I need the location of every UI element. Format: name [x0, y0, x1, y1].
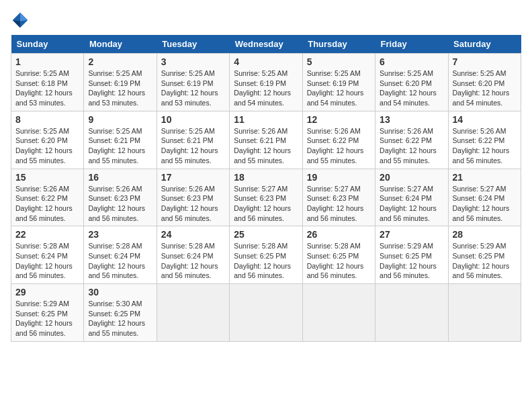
day-number: 8 — [15, 114, 79, 125]
day-cell — [157, 284, 229, 342]
day-cell: 14Sunrise: 5:26 AM Sunset: 6:22 PM Dayli… — [448, 111, 521, 169]
day-info: Sunrise: 5:25 AM Sunset: 6:21 PM Dayligh… — [88, 126, 152, 166]
day-cell: 12Sunrise: 5:26 AM Sunset: 6:22 PM Dayli… — [302, 111, 375, 169]
col-header-sunday: Sunday — [11, 35, 84, 54]
day-info: Sunrise: 5:25 AM Sunset: 6:20 PM Dayligh… — [453, 68, 517, 108]
day-info: Sunrise: 5:26 AM Sunset: 6:23 PM Dayligh… — [88, 184, 152, 224]
day-cell: 8Sunrise: 5:25 AM Sunset: 6:20 PM Daylig… — [11, 111, 84, 169]
day-cell: 28Sunrise: 5:29 AM Sunset: 6:25 PM Dayli… — [448, 226, 521, 284]
day-number: 28 — [453, 229, 517, 240]
col-header-friday: Friday — [375, 35, 448, 54]
week-row-4: 22Sunrise: 5:28 AM Sunset: 6:24 PM Dayli… — [11, 226, 521, 284]
day-cell: 22Sunrise: 5:28 AM Sunset: 6:24 PM Dayli… — [11, 226, 84, 284]
day-cell: 4Sunrise: 5:25 AM Sunset: 6:19 PM Daylig… — [230, 54, 302, 111]
day-cell: 21Sunrise: 5:27 AM Sunset: 6:24 PM Dayli… — [448, 169, 521, 226]
day-cell — [375, 284, 448, 342]
day-info: Sunrise: 5:25 AM Sunset: 6:19 PM Dayligh… — [234, 68, 298, 108]
col-header-thursday: Thursday — [302, 35, 375, 54]
day-cell: 27Sunrise: 5:29 AM Sunset: 6:25 PM Dayli… — [375, 226, 448, 284]
day-number: 5 — [307, 56, 371, 67]
day-cell: 24Sunrise: 5:28 AM Sunset: 6:24 PM Dayli… — [157, 226, 229, 284]
day-number: 29 — [15, 287, 79, 298]
day-number: 30 — [88, 287, 152, 298]
day-info: Sunrise: 5:29 AM Sunset: 6:25 PM Dayligh… — [380, 241, 443, 281]
day-number: 12 — [307, 114, 371, 125]
week-row-2: 8Sunrise: 5:25 AM Sunset: 6:20 PM Daylig… — [11, 111, 521, 169]
day-cell: 3Sunrise: 5:25 AM Sunset: 6:19 PM Daylig… — [157, 54, 229, 111]
day-info: Sunrise: 5:27 AM Sunset: 6:23 PM Dayligh… — [307, 184, 371, 224]
day-info: Sunrise: 5:26 AM Sunset: 6:22 PM Dayligh… — [15, 184, 79, 224]
day-info: Sunrise: 5:26 AM Sunset: 6:21 PM Dayligh… — [234, 126, 298, 166]
svg-marker-2 — [13, 20, 20, 28]
day-number: 19 — [307, 172, 371, 183]
week-row-5: 29Sunrise: 5:29 AM Sunset: 6:25 PM Dayli… — [11, 284, 521, 342]
day-cell: 16Sunrise: 5:26 AM Sunset: 6:23 PM Dayli… — [84, 169, 157, 226]
day-number: 17 — [161, 172, 225, 183]
day-number: 18 — [234, 172, 298, 183]
day-number: 21 — [453, 172, 517, 183]
day-number: 2 — [88, 56, 152, 67]
logo-icon — [11, 11, 30, 30]
day-number: 23 — [88, 229, 152, 240]
day-number: 9 — [88, 114, 152, 125]
day-cell: 11Sunrise: 5:26 AM Sunset: 6:21 PM Dayli… — [230, 111, 302, 169]
day-number: 16 — [88, 172, 152, 183]
day-info: Sunrise: 5:28 AM Sunset: 6:24 PM Dayligh… — [15, 241, 79, 281]
day-cell: 7Sunrise: 5:25 AM Sunset: 6:20 PM Daylig… — [448, 54, 521, 111]
day-number: 3 — [161, 56, 225, 67]
day-info: Sunrise: 5:26 AM Sunset: 6:23 PM Dayligh… — [161, 184, 225, 224]
day-cell: 18Sunrise: 5:27 AM Sunset: 6:23 PM Dayli… — [230, 169, 302, 226]
day-info: Sunrise: 5:28 AM Sunset: 6:24 PM Dayligh… — [161, 241, 225, 281]
day-cell: 26Sunrise: 5:28 AM Sunset: 6:25 PM Dayli… — [302, 226, 375, 284]
day-number: 25 — [234, 229, 298, 240]
day-cell: 19Sunrise: 5:27 AM Sunset: 6:23 PM Dayli… — [302, 169, 375, 226]
col-header-monday: Monday — [84, 35, 157, 54]
day-number: 7 — [453, 56, 517, 67]
day-number: 27 — [380, 229, 443, 240]
day-info: Sunrise: 5:25 AM Sunset: 6:18 PM Dayligh… — [15, 68, 79, 108]
day-number: 26 — [307, 229, 371, 240]
day-info: Sunrise: 5:25 AM Sunset: 6:20 PM Dayligh… — [380, 68, 443, 108]
day-info: Sunrise: 5:29 AM Sunset: 6:25 PM Dayligh… — [15, 299, 79, 338]
day-cell: 9Sunrise: 5:25 AM Sunset: 6:21 PM Daylig… — [84, 111, 157, 169]
day-info: Sunrise: 5:29 AM Sunset: 6:25 PM Dayligh… — [453, 241, 517, 281]
day-number: 4 — [234, 56, 298, 67]
col-header-tuesday: Tuesday — [157, 35, 229, 54]
day-info: Sunrise: 5:27 AM Sunset: 6:24 PM Dayligh… — [380, 184, 443, 224]
day-cell: 29Sunrise: 5:29 AM Sunset: 6:25 PM Dayli… — [11, 284, 84, 342]
day-info: Sunrise: 5:30 AM Sunset: 6:25 PM Dayligh… — [88, 299, 152, 338]
day-number: 24 — [161, 229, 225, 240]
day-cell: 25Sunrise: 5:28 AM Sunset: 6:25 PM Dayli… — [230, 226, 302, 284]
day-info: Sunrise: 5:25 AM Sunset: 6:19 PM Dayligh… — [161, 68, 225, 108]
day-cell: 5Sunrise: 5:25 AM Sunset: 6:19 PM Daylig… — [302, 54, 375, 111]
day-info: Sunrise: 5:26 AM Sunset: 6:22 PM Dayligh… — [380, 126, 443, 166]
day-number: 15 — [15, 172, 79, 183]
day-info: Sunrise: 5:25 AM Sunset: 6:21 PM Dayligh… — [161, 126, 225, 166]
day-info: Sunrise: 5:25 AM Sunset: 6:19 PM Dayligh… — [88, 68, 152, 108]
col-header-wednesday: Wednesday — [230, 35, 302, 54]
day-number: 1 — [15, 56, 79, 67]
day-cell: 20Sunrise: 5:27 AM Sunset: 6:24 PM Dayli… — [375, 169, 448, 226]
svg-marker-1 — [20, 13, 28, 21]
day-cell: 23Sunrise: 5:28 AM Sunset: 6:24 PM Dayli… — [84, 226, 157, 284]
day-info: Sunrise: 5:27 AM Sunset: 6:24 PM Dayligh… — [453, 184, 517, 224]
day-cell: 30Sunrise: 5:30 AM Sunset: 6:25 PM Dayli… — [84, 284, 157, 342]
day-info: Sunrise: 5:28 AM Sunset: 6:24 PM Dayligh… — [88, 241, 152, 281]
day-number: 11 — [234, 114, 298, 125]
day-cell: 10Sunrise: 5:25 AM Sunset: 6:21 PM Dayli… — [157, 111, 229, 169]
col-header-saturday: Saturday — [448, 35, 521, 54]
week-row-1: 1Sunrise: 5:25 AM Sunset: 6:18 PM Daylig… — [11, 54, 521, 111]
day-info: Sunrise: 5:27 AM Sunset: 6:23 PM Dayligh… — [234, 184, 298, 224]
day-cell: 15Sunrise: 5:26 AM Sunset: 6:22 PM Dayli… — [11, 169, 84, 226]
day-number: 22 — [15, 229, 79, 240]
day-number: 10 — [161, 114, 225, 125]
day-cell: 6Sunrise: 5:25 AM Sunset: 6:20 PM Daylig… — [375, 54, 448, 111]
day-info: Sunrise: 5:25 AM Sunset: 6:20 PM Dayligh… — [15, 126, 79, 166]
day-cell — [302, 284, 375, 342]
week-row-3: 15Sunrise: 5:26 AM Sunset: 6:22 PM Dayli… — [11, 169, 521, 226]
day-info: Sunrise: 5:26 AM Sunset: 6:22 PM Dayligh… — [307, 126, 371, 166]
day-info: Sunrise: 5:28 AM Sunset: 6:25 PM Dayligh… — [234, 241, 298, 281]
header-row: SundayMondayTuesdayWednesdayThursdayFrid… — [11, 35, 521, 54]
day-cell: 17Sunrise: 5:26 AM Sunset: 6:23 PM Dayli… — [157, 169, 229, 226]
day-number: 6 — [380, 56, 443, 67]
